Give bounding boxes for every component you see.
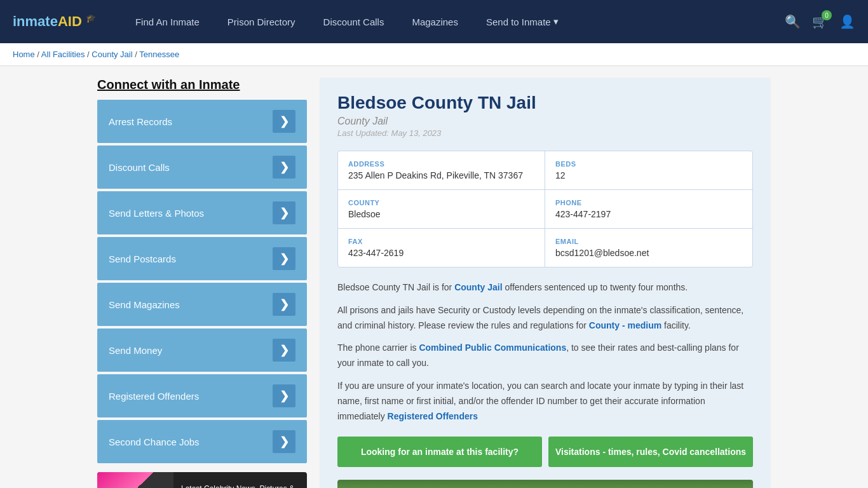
logo-aid: AID xyxy=(58,13,82,29)
sidebar-item-send-money[interactable]: Send Money xyxy=(97,329,307,372)
beds-cell: BEDS 12 xyxy=(545,151,752,190)
address-value: 235 Allen P Deakins Rd, Pikeville, TN 37… xyxy=(348,170,534,180)
facility-info-grid: ADDRESS 235 Allen P Deakins Rd, Pikevill… xyxy=(337,151,753,268)
sidebar-item-send-letters[interactable]: Send Letters & Photos xyxy=(97,191,307,234)
arrow-icon xyxy=(273,339,295,362)
send-to-inmate-dropdown-icon xyxy=(553,16,559,27)
arrow-icon xyxy=(273,247,295,270)
cart-icon-wrap[interactable]: 🛒 0 xyxy=(812,14,828,29)
breadcrumb: Home / All Facilities / County Jail / Te… xyxy=(13,50,855,59)
beds-value: 12 xyxy=(555,170,742,180)
search-icon[interactable]: 🔍 xyxy=(785,14,801,29)
nav-discount-calls[interactable]: Discount Calls xyxy=(309,0,398,43)
site-logo[interactable]: inmateAID 🎓 xyxy=(13,13,96,30)
address-label: ADDRESS xyxy=(348,160,534,168)
breadcrumb-bar: Home / All Facilities / County Jail / Te… xyxy=(0,43,868,66)
county-jail-link[interactable]: County Jail xyxy=(454,282,502,292)
sidebar-item-send-magazines[interactable]: Send Magazines xyxy=(97,283,307,326)
site-header: inmateAID 🎓 Find An Inmate Prison Direct… xyxy=(0,0,868,43)
sidebar-item-arrest-records[interactable]: Arrest Records xyxy=(97,100,307,143)
arrow-icon xyxy=(273,201,295,224)
sidebar-item-registered-offenders[interactable]: Registered Offenders xyxy=(97,374,307,417)
county-label: COUNTY xyxy=(348,199,534,207)
breadcrumb-county-jail[interactable]: County Jail xyxy=(92,50,132,59)
facility-last-updated: Last Updated: May 13, 2023 xyxy=(337,128,753,138)
arrow-icon xyxy=(273,430,295,453)
arrow-icon xyxy=(273,110,295,133)
facility-desc-1: Bledsoe County TN Jail is for County Jai… xyxy=(337,280,753,295)
sidebar-item-second-chance-jobs[interactable]: Second Chance Jobs xyxy=(97,420,307,463)
beds-label: BEDS xyxy=(555,160,742,168)
sidebar-ad: Us Latest Celebrity News, Pictures & Ent… xyxy=(97,472,307,488)
breadcrumb-tennessee[interactable]: Tennessee xyxy=(139,50,179,59)
ad-text: Latest Celebrity News, Pictures & Entert… xyxy=(173,477,307,488)
arrow-icon xyxy=(273,156,295,179)
main-nav: Find An Inmate Prison Directory Discount… xyxy=(121,0,766,43)
facility-desc-2: All prisons and jails have Security or C… xyxy=(337,303,753,334)
fax-value: 423-447-2619 xyxy=(348,248,534,258)
email-cell: EMAIL bcsd1201@bledsoe.net xyxy=(545,229,752,267)
breadcrumb-all-facilities[interactable]: All Facilities xyxy=(41,50,85,59)
action-buttons: Looking for an inmate at this facility? … xyxy=(337,437,753,467)
nav-magazines[interactable]: Magazines xyxy=(398,0,472,43)
fax-cell: FAX 423-447-2619 xyxy=(338,229,545,267)
facility-aerial-image xyxy=(337,480,753,488)
sidebar-item-discount-calls[interactable]: Discount Calls xyxy=(97,146,307,189)
cart-badge: 0 xyxy=(822,10,832,20)
logo-inmate: inmate xyxy=(13,13,58,29)
registered-offenders-link[interactable]: Registered Offenders xyxy=(388,411,478,421)
breadcrumb-home[interactable]: Home xyxy=(13,50,35,59)
ad-image: Us xyxy=(97,472,173,488)
fax-label: FAX xyxy=(348,238,534,245)
county-medium-link[interactable]: County - medium xyxy=(589,320,661,330)
nav-find-inmate[interactable]: Find An Inmate xyxy=(121,0,214,43)
facility-content: Bledsoe County TN Jail County Jail Last … xyxy=(320,78,771,488)
arrow-icon xyxy=(273,293,295,316)
arrow-icon xyxy=(273,384,295,407)
nav-send-to-inmate[interactable]: Send to Inmate xyxy=(472,0,573,43)
phone-value: 423-447-2197 xyxy=(555,209,742,219)
email-value: bcsd1201@bledsoe.net xyxy=(555,248,742,258)
facility-type: County Jail xyxy=(337,116,753,127)
main-container: Connect with an Inmate Arrest Records Di… xyxy=(85,78,783,488)
looking-for-inmate-button[interactable]: Looking for an inmate at this facility? xyxy=(337,437,542,467)
logo-hat: 🎓 xyxy=(86,13,96,23)
facility-desc-4: If you are unsure of your inmate's locat… xyxy=(337,379,753,424)
phone-cell: PHONE 423-447-2197 xyxy=(545,190,752,229)
user-icon[interactable]: 👤 xyxy=(839,14,855,29)
sidebar-title: Connect with an Inmate xyxy=(97,78,307,92)
visitations-button[interactable]: Visitations - times, rules, Covid cancel… xyxy=(548,437,753,467)
email-label: EMAIL xyxy=(555,238,742,245)
facility-title: Bledsoe County TN Jail xyxy=(337,93,753,113)
county-value: Bledsoe xyxy=(348,209,534,219)
phone-carrier-link[interactable]: Combined Public Communications xyxy=(419,342,566,353)
nav-prison-directory[interactable]: Prison Directory xyxy=(214,0,309,43)
county-cell: COUNTY Bledsoe xyxy=(338,190,545,229)
sidebar: Connect with an Inmate Arrest Records Di… xyxy=(97,78,307,488)
sidebar-item-send-postcards[interactable]: Send Postcards xyxy=(97,237,307,280)
phone-label: PHONE xyxy=(555,199,742,207)
address-cell: ADDRESS 235 Allen P Deakins Rd, Pikevill… xyxy=(338,151,545,190)
facility-desc-3: The phone carrier is Combined Public Com… xyxy=(337,341,753,371)
header-icons: 🔍 🛒 0 👤 xyxy=(785,14,855,29)
